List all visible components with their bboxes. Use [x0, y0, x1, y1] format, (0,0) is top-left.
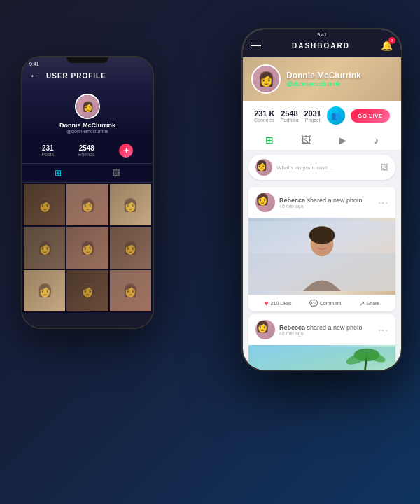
post-2-author: Rebecca shared a new photo — [279, 324, 374, 331]
left-profile-handle: @donniemcclurrink — [66, 129, 108, 134]
portfolio-stat: 2548 Portfolio — [281, 109, 299, 122]
hamburger-menu[interactable] — [251, 43, 261, 49]
posts-num: 231 — [42, 144, 55, 152]
comment-label: Comment — [320, 301, 341, 306]
stats-row: 231 K Connects 2548 Portfolio 2031 Proje… — [243, 101, 401, 130]
share-label: Share — [367, 301, 380, 306]
share-icon: ↗ — [359, 300, 365, 307]
post-1-image — [248, 218, 396, 295]
post-2-more-button[interactable]: ··· — [378, 324, 388, 335]
profile-avatar[interactable]: 👩 — [251, 64, 281, 94]
left-notch — [66, 57, 108, 63]
post-2-time: 46 min ago — [279, 331, 374, 336]
post-2-svg — [248, 347, 396, 370]
post-2-header: 👩 Rebecca shared a new photo 46 min ago … — [248, 314, 396, 345]
left-stats: 231 Posts 2548 Friends + — [22, 138, 153, 164]
hamburger-line-3 — [251, 48, 261, 49]
tab-grid[interactable]: ⊞ — [265, 134, 274, 146]
posts-stat: 231 Posts — [42, 144, 55, 157]
profile-handle: @donniemcclurrink — [286, 80, 361, 88]
photo-cell-1[interactable]: 👩 — [24, 184, 65, 225]
comment-button[interactable]: 💬 Comment — [309, 300, 341, 307]
portfolio-num: 2548 — [281, 109, 299, 118]
left-avatar-img: 👩 — [76, 95, 99, 118]
left-phone: 9:41 ← USER PROFILE 👩 Donnie McClurrink … — [21, 56, 154, 329]
left-avatar: 👩 — [75, 94, 100, 119]
profile-name: Donnie McClurrink — [286, 71, 361, 80]
friends-num: 2548 — [78, 144, 94, 152]
comment-icon: 💬 — [309, 300, 318, 307]
post-1-more-button[interactable]: ··· — [378, 197, 388, 208]
svg-point-4 — [316, 241, 319, 244]
post-card-2: 👩 Rebecca shared a new photo 46 min ago … — [248, 314, 396, 370]
photo-cell-9[interactable]: 👩 — [110, 270, 151, 312]
left-tabs: ⊞ 🖼 — [22, 164, 153, 183]
posts-lbl: Posts — [42, 152, 55, 157]
photo-cell-5[interactable]: 👩 — [66, 227, 108, 268]
post-1-time: 46 min ago — [279, 204, 374, 209]
svg-point-3 — [309, 226, 335, 244]
grid-tab[interactable]: ⊞ — [55, 168, 62, 178]
left-status-bar: 9:41 — [29, 62, 39, 66]
go-live-button[interactable]: GO LIVE — [351, 109, 390, 122]
photo-cell-8[interactable]: 👩 — [66, 270, 108, 312]
connects-num: 231 K — [254, 109, 275, 118]
left-screen: 9:41 ← USER PROFILE 👩 Donnie McClurrink … — [22, 57, 153, 328]
friends-stat: 2548 Friends — [78, 144, 94, 157]
post-2-avatar: 👩 — [255, 320, 275, 340]
notification-button[interactable]: 🔔 3 — [381, 39, 393, 52]
post-1-header: 👩 Rebecca shared a new photo 46 min ago … — [248, 187, 396, 218]
post-1-avatar: 👩 — [255, 192, 275, 212]
connects-lbl: Connects — [254, 118, 275, 122]
left-profile: 👩 Donnie McClurrink @donniemcclurrink — [22, 88, 153, 138]
post-2-info: Rebecca shared a new photo 46 min ago — [279, 324, 374, 336]
phones-container: 9:41 ← USER PROFILE 👩 Donnie McClurrink … — [14, 14, 406, 490]
post-composer[interactable]: 👩 What's on your mind.... 🖼 — [248, 155, 396, 180]
post-1-actions: ♥ 210 Likes 💬 Comment ↗ Share — [248, 295, 396, 312]
profile-info: Donnie McClurrink @donniemcclurrink — [286, 71, 361, 88]
hamburger-line-1 — [251, 43, 261, 44]
share-button[interactable]: ↗ Share — [359, 300, 380, 307]
photo-cell-2[interactable]: 👩 — [66, 184, 108, 225]
tab-play[interactable]: ▶ — [339, 134, 346, 146]
notification-badge: 3 — [388, 37, 396, 44]
connects-stat: 231 K Connects — [254, 109, 275, 122]
right-screen: 9:41 DASHBOARD 🔔 3 👩 — [243, 29, 401, 370]
hamburger-line-2 — [251, 45, 261, 46]
composer-placeholder: What's on your mind.... — [276, 164, 376, 171]
friends-lbl: Friends — [78, 152, 94, 157]
post-1-info: Rebecca shared a new photo 46 min ago — [279, 197, 374, 209]
add-friend-button[interactable]: + — [119, 144, 133, 158]
project-lbl: Project — [304, 118, 321, 122]
photo-cell-4[interactable]: 👩 — [24, 227, 65, 268]
post-1-author: Rebecca shared a new photo — [279, 197, 374, 204]
tab-icons-row: ⊞ 🖼 ▶ ♪ — [243, 130, 401, 150]
likes-count: 210 Likes — [271, 301, 292, 306]
svg-point-5 — [326, 241, 328, 244]
photo-cell-3[interactable]: 👩 — [110, 184, 151, 225]
profile-avatar-img: 👩 — [251, 64, 281, 94]
composer-image-icon[interactable]: 🖼 — [380, 162, 388, 172]
image-tab[interactable]: 🖼 — [112, 168, 120, 178]
left-title: USER PROFILE — [46, 72, 106, 80]
feed: 👩 Rebecca shared a new photo 46 min ago … — [243, 184, 401, 370]
photo-cell-6[interactable]: 👩 — [110, 227, 151, 268]
portfolio-lbl: Portfolio — [281, 118, 299, 122]
project-num: 2031 — [304, 109, 321, 118]
post-card-1: 👩 Rebecca shared a new photo 46 min ago … — [248, 187, 396, 312]
right-phone: 9:41 DASHBOARD 🔔 3 👩 — [241, 28, 402, 371]
back-button[interactable]: ← — [29, 70, 39, 81]
tab-music[interactable]: ♪ — [374, 134, 379, 146]
like-button[interactable]: ♥ 210 Likes — [265, 300, 292, 307]
left-profile-name: Donnie McClurrink — [59, 122, 115, 129]
post-1-svg — [248, 221, 396, 291]
friends-icon-button[interactable]: 👥 — [327, 106, 345, 125]
profile-banner: 👩 Donnie McClurrink @donniemcclurrink — [243, 57, 401, 101]
photo-cell-7[interactable]: 👩 — [24, 270, 65, 312]
right-header: 9:41 DASHBOARD 🔔 3 — [243, 29, 401, 57]
tab-image[interactable]: 🖼 — [301, 134, 311, 146]
project-stat: 2031 Project — [304, 109, 321, 122]
post-2-image — [248, 345, 396, 370]
right-title: DASHBOARD — [292, 42, 350, 50]
photo-grid: 👩 👩 👩 👩 👩 👩 👩 — [22, 183, 153, 313]
